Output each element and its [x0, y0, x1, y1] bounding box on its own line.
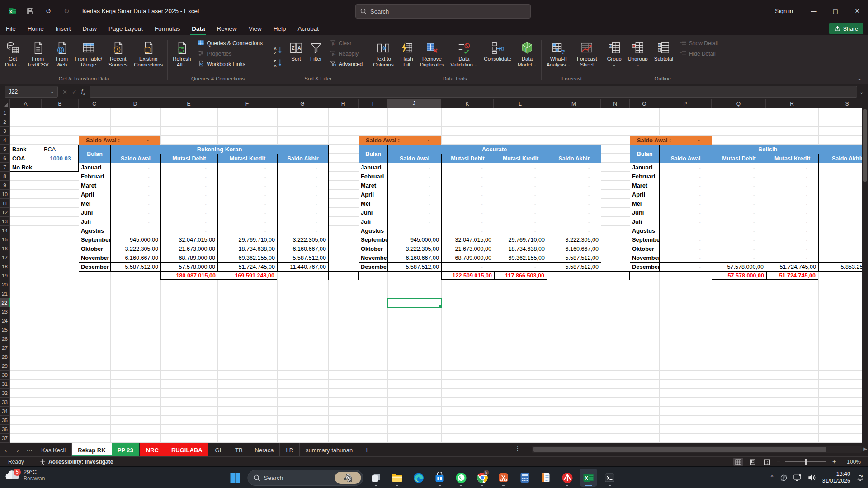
- cell-B5[interactable]: BCA: [42, 145, 79, 154]
- row-header-12[interactable]: 12: [0, 208, 10, 217]
- cell-A5[interactable]: Bank: [10, 145, 42, 154]
- row-header-6[interactable]: 6: [0, 154, 10, 163]
- cell-G14[interactable]: -: [278, 226, 329, 235]
- row-header-33[interactable]: 33: [0, 398, 10, 407]
- cell-I15[interactable]: September: [359, 235, 388, 244]
- cell-Q16[interactable]: -: [712, 244, 766, 253]
- cell-M14[interactable]: -: [547, 226, 601, 235]
- row-header-25[interactable]: 25: [0, 325, 10, 334]
- redo-button[interactable]: ↻⌄: [61, 5, 72, 17]
- column-header-B[interactable]: B: [42, 99, 79, 108]
- ribbon-ungroup-button[interactable]: Ungroup⌄: [625, 38, 651, 75]
- row-header-36[interactable]: 36: [0, 425, 10, 434]
- cell-O18[interactable]: Desember: [630, 263, 660, 272]
- row-header-1[interactable]: 1: [0, 108, 10, 117]
- cell-M11[interactable]: -: [547, 199, 601, 208]
- cell-Q15[interactable]: -: [712, 235, 766, 244]
- ribbon-from-text-csv-button[interactable]: FromText/CSV: [24, 38, 52, 75]
- page-break-view-icon[interactable]: [762, 458, 772, 466]
- cell-O16[interactable]: Oktober: [630, 244, 660, 253]
- cell-D9[interactable]: -: [111, 181, 161, 190]
- ribbon-filter-button[interactable]: Filter: [306, 38, 326, 75]
- sheet-nav-more-icon[interactable]: ⋯: [24, 443, 35, 457]
- row-header-30[interactable]: 30: [0, 371, 10, 380]
- minimize-button[interactable]: —: [803, 0, 825, 22]
- cell-O13[interactable]: Juli: [630, 217, 660, 226]
- cell-F15[interactable]: 29.769.710,00: [218, 235, 278, 244]
- ribbon-subtotal-button[interactable]: Subtotal: [651, 38, 676, 75]
- new-sheet-button[interactable]: ＋: [359, 443, 374, 457]
- cell-F18[interactable]: 51.724.745,00: [218, 263, 278, 272]
- cell-S7[interactable]: -: [819, 163, 868, 172]
- column-header-P[interactable]: P: [659, 99, 712, 108]
- row-header-31[interactable]: 31: [0, 380, 10, 389]
- taskbar-whatsapp-icon[interactable]: [452, 469, 469, 487]
- taskbar-snipping-tool-icon[interactable]: [495, 469, 512, 487]
- cell-R12[interactable]: -: [766, 208, 819, 217]
- cell-D12[interactable]: -: [111, 208, 161, 217]
- cell-J15[interactable]: 945.000,00: [388, 235, 442, 244]
- share-button[interactable]: Share: [829, 23, 863, 34]
- cell-F9[interactable]: -: [218, 181, 278, 190]
- row-header-24[interactable]: 24: [0, 316, 10, 325]
- row-header-15[interactable]: 15: [0, 235, 10, 244]
- cell-K8[interactable]: -: [442, 172, 494, 181]
- cell-S14[interactable]: -: [819, 226, 868, 235]
- cell-E15[interactable]: 32.047.015,00: [161, 235, 218, 244]
- cell-A7[interactable]: No Rek: [10, 163, 42, 172]
- cell-L8[interactable]: -: [494, 172, 547, 181]
- name-box-dropdown-icon[interactable]: ⌄: [50, 89, 54, 94]
- row-header-20[interactable]: 20: [0, 280, 10, 289]
- cell-F14[interactable]: -: [218, 226, 278, 235]
- insert-function-icon[interactable]: fx: [81, 88, 85, 96]
- row-header-10[interactable]: 10: [0, 190, 10, 199]
- ribbon-sort-za-button[interactable]: ZA: [272, 58, 284, 68]
- cell-L19[interactable]: 117.866.503,00: [494, 272, 547, 279]
- row-header-26[interactable]: 26: [0, 334, 10, 343]
- cell-R18[interactable]: 51.724.745,00: [766, 263, 819, 272]
- cell-R11[interactable]: -: [766, 199, 819, 208]
- cell-G13[interactable]: -: [278, 217, 329, 226]
- zoom-level[interactable]: 100%: [842, 459, 861, 465]
- cell-R9[interactable]: -: [766, 181, 819, 190]
- ribbon-tab-page-layout[interactable]: Page Layout: [103, 22, 149, 35]
- row-header-8[interactable]: 8: [0, 172, 10, 181]
- column-header-Q[interactable]: Q: [712, 99, 766, 108]
- taskbar-task-view-icon[interactable]: [367, 469, 384, 487]
- row-header-37[interactable]: 37: [0, 434, 10, 443]
- cell-K14[interactable]: -: [442, 226, 494, 235]
- cell-H19[interactable]: [328, 271, 359, 280]
- cell-L18[interactable]: -: [494, 263, 547, 272]
- cell-Q18[interactable]: 57.578.000,00: [712, 263, 766, 272]
- column-header-N[interactable]: N: [601, 99, 630, 108]
- cell-S8[interactable]: -: [819, 172, 868, 181]
- cell-M9[interactable]: -: [547, 181, 601, 190]
- column-header-C[interactable]: C: [79, 99, 110, 108]
- cell-J13[interactable]: -: [388, 217, 442, 226]
- column-header-F[interactable]: F: [217, 99, 277, 108]
- cell-C8[interactable]: Februari: [79, 172, 111, 181]
- cell-J7[interactable]: -: [388, 163, 442, 172]
- cell-J8[interactable]: -: [388, 172, 442, 181]
- taskbar-chrome-icon[interactable]: k: [473, 469, 491, 487]
- hidden-icons-chevron-icon[interactable]: ⌃: [769, 474, 774, 481]
- cell-P16[interactable]: -: [660, 244, 712, 253]
- speaker-icon[interactable]: [808, 474, 816, 481]
- column-header-K[interactable]: K: [441, 99, 494, 108]
- column-header-H[interactable]: H: [328, 99, 359, 108]
- cell-M13[interactable]: -: [547, 217, 601, 226]
- row-header-21[interactable]: 21: [0, 289, 10, 298]
- cell-K11[interactable]: -: [442, 199, 494, 208]
- cell-Q12[interactable]: -: [712, 208, 766, 217]
- ribbon-tab-file[interactable]: File: [0, 22, 22, 35]
- cell-P10[interactable]: -: [660, 190, 712, 199]
- cell-G16[interactable]: 6.160.667,00: [278, 244, 329, 253]
- cell-F12[interactable]: -: [218, 208, 278, 217]
- column-header-I[interactable]: I: [359, 99, 387, 108]
- cell-P17[interactable]: -: [660, 253, 712, 263]
- cell-I17[interactable]: November: [359, 253, 388, 263]
- ribbon-tab-formulas[interactable]: Formulas: [149, 22, 186, 35]
- maximize-button[interactable]: ▢: [825, 0, 846, 22]
- ribbon-tab-data[interactable]: Data: [186, 22, 211, 35]
- cell-I16[interactable]: Oktober: [359, 244, 388, 253]
